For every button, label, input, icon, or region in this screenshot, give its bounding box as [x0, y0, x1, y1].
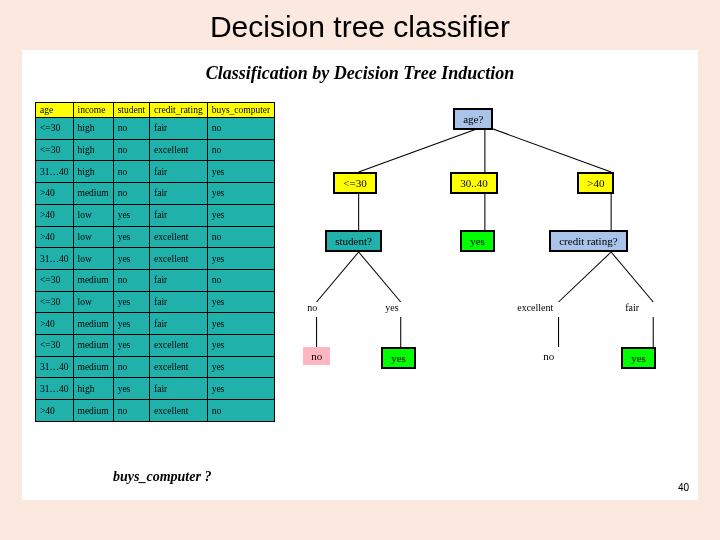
table-cell: no [113, 161, 149, 183]
table-cell: low [73, 226, 113, 248]
table-cell: no [113, 356, 149, 378]
edge-student-no: no [307, 302, 317, 313]
table-cell: no [113, 118, 149, 140]
table-row: >40mediumyesfairyes [36, 313, 275, 335]
page-number: 40 [678, 482, 689, 493]
table-cell: no [207, 118, 275, 140]
table-cell: fair [150, 118, 208, 140]
table-cell: yes [113, 204, 149, 226]
branch-gt40: >40 [577, 172, 614, 194]
table-cell: excellent [150, 400, 208, 422]
table-cell: yes [207, 291, 275, 313]
table-cell: high [73, 139, 113, 161]
table-row: >40lowyesfairyes [36, 204, 275, 226]
table-cell: no [207, 226, 275, 248]
svg-line-7 [359, 252, 401, 302]
table-cell: yes [113, 226, 149, 248]
col-credit: credit_rating [150, 103, 208, 118]
table-cell: yes [113, 291, 149, 313]
table-cell: >40 [36, 204, 74, 226]
table-cell: 31…40 [36, 248, 74, 270]
table-cell: high [73, 118, 113, 140]
table-cell: medium [73, 335, 113, 357]
table-cell: excellent [150, 139, 208, 161]
table-cell: yes [113, 248, 149, 270]
col-age: age [36, 103, 74, 118]
training-data-table: age income student credit_rating buys_co… [35, 102, 275, 422]
leaf-student-no: no [303, 347, 330, 365]
table-row: >40lowyesexcellentno [36, 226, 275, 248]
table-cell: no [207, 139, 275, 161]
edge-credit-exc: excellent [517, 302, 553, 313]
table-cell: <=30 [36, 269, 74, 291]
table-row: <=30mediumyesexcellentyes [36, 335, 275, 357]
table-cell: medium [73, 356, 113, 378]
table-cell: high [73, 378, 113, 400]
table-cell: excellent [150, 356, 208, 378]
svg-line-6 [317, 252, 359, 302]
table-cell: yes [207, 161, 275, 183]
table-cell: low [73, 204, 113, 226]
table-row: <=30lowyesfairyes [36, 291, 275, 313]
branch-mid: 30..40 [450, 172, 498, 194]
col-buys: buys_computer [207, 103, 275, 118]
svg-line-9 [611, 252, 653, 302]
table-row: <=30highnofairno [36, 118, 275, 140]
table-cell: yes [113, 335, 149, 357]
panel-title: Classification by Decision Tree Inductio… [23, 51, 697, 102]
table-row: 31…40highnofairyes [36, 161, 275, 183]
main-panel: Classification by Decision Tree Inductio… [22, 50, 698, 500]
table-cell: medium [73, 400, 113, 422]
decision-tree: age? <=30 30..40 >40 student? yes credit… [285, 102, 685, 422]
leaf-mid-yes: yes [460, 230, 495, 252]
leaf-credit-exc: no [535, 347, 562, 365]
footer-question: buys_computer ? [113, 469, 211, 485]
table-cell: fair [150, 204, 208, 226]
table-cell: yes [207, 248, 275, 270]
branch-le30: <=30 [333, 172, 376, 194]
table-row: 31…40lowyesexcellentyes [36, 248, 275, 270]
table-cell: 31…40 [36, 356, 74, 378]
svg-line-0 [359, 126, 485, 172]
node-credit: credit rating? [549, 230, 627, 252]
table-cell: high [73, 161, 113, 183]
table-cell: yes [207, 356, 275, 378]
table-cell: no [113, 183, 149, 205]
table-cell: excellent [150, 335, 208, 357]
table-cell: yes [113, 378, 149, 400]
edge-credit-fair: fair [625, 302, 639, 313]
table-cell: no [207, 269, 275, 291]
edge-student-yes: yes [385, 302, 398, 313]
table-cell: >40 [36, 313, 74, 335]
leaf-student-yes: yes [381, 347, 416, 369]
table-cell: >40 [36, 183, 74, 205]
table-cell: yes [207, 204, 275, 226]
table-row: >40mediumnoexcellentno [36, 400, 275, 422]
table-cell: no [113, 269, 149, 291]
table-cell: fair [150, 291, 208, 313]
table-cell: yes [207, 335, 275, 357]
table-row: 31…40mediumnoexcellentyes [36, 356, 275, 378]
table-cell: yes [113, 313, 149, 335]
node-student: student? [325, 230, 382, 252]
table-cell: 31…40 [36, 378, 74, 400]
table-cell: 31…40 [36, 161, 74, 183]
table-cell: fair [150, 313, 208, 335]
svg-line-8 [559, 252, 612, 302]
table-cell: no [113, 400, 149, 422]
table-cell: low [73, 291, 113, 313]
table-cell: low [73, 248, 113, 270]
table-cell: yes [207, 378, 275, 400]
table-row: <=30mediumnofairno [36, 269, 275, 291]
table-cell: <=30 [36, 291, 74, 313]
table-cell: yes [207, 183, 275, 205]
table-row: >40mediumnofairyes [36, 183, 275, 205]
table-cell: no [113, 139, 149, 161]
table-cell: <=30 [36, 118, 74, 140]
leaf-credit-fair: yes [621, 347, 656, 369]
table-cell: <=30 [36, 335, 74, 357]
table-cell: fair [150, 161, 208, 183]
table-cell: medium [73, 313, 113, 335]
col-income: income [73, 103, 113, 118]
table-cell: >40 [36, 400, 74, 422]
